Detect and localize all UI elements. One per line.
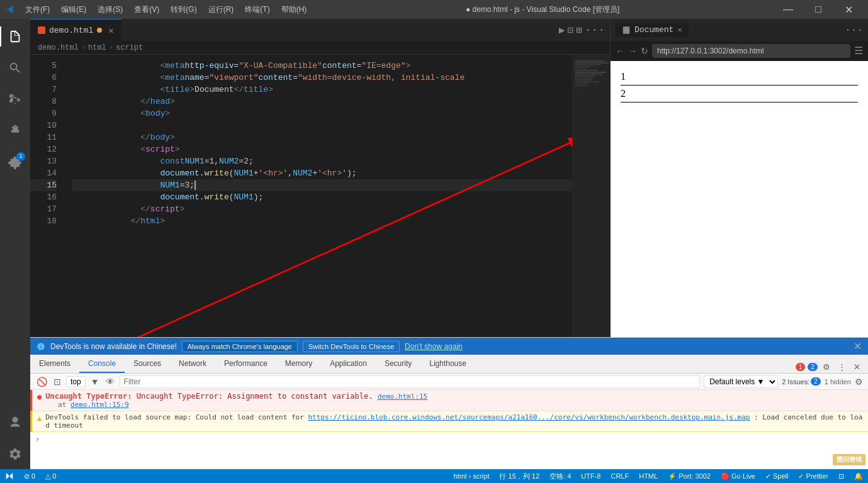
status-vscode-icon[interactable] bbox=[0, 469, 19, 483]
console-output: ● Uncaught TypeError: Uncaught TypeError… bbox=[30, 390, 868, 469]
issues-indicator: 2 Issues: 2 bbox=[782, 377, 821, 386]
address-input[interactable] bbox=[652, 44, 850, 58]
dt-tab-lighthouse[interactable]: Lighthouse bbox=[420, 355, 475, 373]
dt-tab-memory[interactable]: Memory bbox=[276, 355, 321, 373]
devtools-panel: DevTools is now available in Chinese! Al… bbox=[30, 337, 868, 469]
menu-view[interactable]: 查看(V) bbox=[129, 3, 164, 16]
warning-count-label: △ 0 bbox=[45, 472, 56, 480]
status-notification[interactable]: 🔔 bbox=[849, 469, 868, 483]
activity-search[interactable] bbox=[0, 53, 30, 83]
status-warnings[interactable]: △ 0 bbox=[40, 469, 61, 483]
console-warning-row: ▲ DevTools failed to load source map: Co… bbox=[30, 411, 868, 432]
preview-settings-button[interactable]: ☰ bbox=[854, 45, 863, 57]
console-settings-icon[interactable]: ⚙ bbox=[855, 377, 863, 387]
minimize-button[interactable]: — bbox=[774, 0, 803, 19]
status-errors[interactable]: ⊘ 0 bbox=[19, 469, 40, 483]
more-tabs-button[interactable]: ⋮ bbox=[835, 361, 848, 373]
error-location-link[interactable]: demo.html:15:9 bbox=[70, 401, 129, 409]
activity-source-control[interactable] bbox=[0, 84, 30, 114]
always-match-button[interactable]: Always match Chrome's language bbox=[182, 341, 298, 352]
tab-close-button[interactable]: ✕ bbox=[108, 25, 113, 36]
top-selector[interactable]: top bbox=[66, 376, 86, 387]
code-line-17: </script> bbox=[72, 203, 610, 215]
dt-tab-performance[interactable]: Performance bbox=[215, 355, 276, 373]
more-button[interactable]: ··· bbox=[585, 24, 605, 36]
console-prompt-row[interactable]: › bbox=[30, 432, 868, 446]
menu-run[interactable]: 运行(R) bbox=[203, 3, 239, 16]
notification-bell-icon: 🔔 bbox=[854, 472, 863, 480]
title-left bbox=[5, 4, 15, 14]
eye-button[interactable]: 👁 bbox=[104, 375, 116, 388]
clear-console-button[interactable]: 🚫 bbox=[35, 375, 48, 388]
nav-forward-button[interactable]: → bbox=[628, 46, 637, 56]
preview-close-button[interactable]: ✕ bbox=[677, 25, 682, 35]
toggle-filter-button[interactable]: ⊡ bbox=[52, 375, 62, 388]
nav-back-button[interactable]: ← bbox=[616, 46, 624, 56]
menu-goto[interactable]: 转到(G) bbox=[166, 3, 201, 16]
activity-debug[interactable] bbox=[0, 116, 30, 146]
menu-help[interactable]: 帮助(H) bbox=[276, 3, 312, 16]
dt-tab-sources[interactable]: Sources bbox=[125, 355, 170, 373]
status-remote[interactable]: ⊡ bbox=[833, 469, 849, 483]
devtools-tabs: Elements Console Sources Network Perform… bbox=[30, 355, 868, 374]
dt-tab-console[interactable]: Console bbox=[79, 355, 125, 373]
dt-tab-network[interactable]: Network bbox=[170, 355, 215, 373]
layout-button[interactable]: ⊞ bbox=[576, 24, 582, 36]
breadcrumb-sep1: › bbox=[81, 43, 86, 52]
issues-count-badge[interactable]: 2 bbox=[811, 377, 821, 386]
top-dropdown-button[interactable]: ▼ bbox=[89, 375, 101, 388]
split-button[interactable]: ⊡ bbox=[567, 24, 573, 36]
menu-terminal[interactable]: 终端(T) bbox=[240, 3, 274, 16]
console-toolbar: 🚫 ⊡ top ▼ 👁 Default levels ▼ 2 Issues: 2… bbox=[30, 374, 868, 390]
sourcemap-url-link[interactable]: https://ticino.blob.core.windows.net/sou… bbox=[308, 413, 750, 421]
activity-explorer[interactable] bbox=[0, 21, 30, 52]
status-spell[interactable]: ✓ Spell bbox=[760, 469, 794, 483]
console-filter-input[interactable] bbox=[120, 375, 701, 388]
settings-button[interactable]: ⚙ bbox=[820, 361, 833, 373]
status-line-col[interactable]: 行 15，列 12 bbox=[494, 469, 544, 483]
hidden-count: 1 hidden bbox=[825, 378, 851, 386]
switch-devtools-button[interactable]: Switch DevTools to Chinese bbox=[303, 341, 400, 352]
status-spaces[interactable]: 空格: 4 bbox=[544, 469, 576, 483]
dt-tab-security[interactable]: Security bbox=[376, 355, 420, 373]
port-label: ⚡ Port: 3002 bbox=[668, 472, 711, 480]
warning-prefix: DevTools failed to load source map: Coul… bbox=[45, 413, 308, 421]
window-controls: — □ ✕ bbox=[774, 0, 863, 19]
spaces-label: 空格: 4 bbox=[550, 472, 571, 481]
dt-tab-elements[interactable]: Elements bbox=[30, 355, 79, 373]
status-language[interactable]: HTML bbox=[634, 469, 663, 483]
menu-select[interactable]: 选择(S) bbox=[93, 3, 128, 16]
dt-tab-application[interactable]: Application bbox=[321, 355, 376, 373]
dont-show-link[interactable]: Don't show again bbox=[405, 342, 463, 351]
tab-filename: demo.html bbox=[49, 26, 93, 35]
menu-edit[interactable]: 编辑(E) bbox=[56, 3, 91, 16]
status-golive[interactable]: 🔴 Go Live bbox=[716, 469, 760, 483]
maximize-button[interactable]: □ bbox=[804, 0, 833, 19]
status-encoding[interactable]: UTF-8 bbox=[576, 469, 606, 483]
breadcrumb-file[interactable]: demo.html bbox=[38, 43, 79, 52]
remote-icon: ⊡ bbox=[838, 472, 844, 480]
tab-bar-spacer bbox=[122, 19, 554, 41]
close-devtools-button[interactable]: ✕ bbox=[851, 361, 863, 373]
nav-refresh-button[interactable]: ↻ bbox=[641, 46, 648, 56]
preview-tab-document[interactable]: Document ✕ bbox=[616, 23, 689, 37]
status-line-ending[interactable]: CRLF bbox=[606, 469, 634, 483]
status-branch[interactable]: html › script bbox=[449, 469, 495, 483]
status-port[interactable]: ⚡ Port: 3002 bbox=[663, 469, 716, 483]
menu-file[interactable]: 文件(F) bbox=[20, 3, 55, 16]
breadcrumb-html[interactable]: html bbox=[88, 43, 106, 52]
activity-account[interactable] bbox=[0, 408, 30, 438]
document-icon bbox=[622, 26, 631, 35]
status-prettier[interactable]: ✓ Prettier bbox=[793, 469, 833, 483]
breadcrumb-script[interactable]: script bbox=[116, 43, 143, 52]
account-icon bbox=[8, 416, 22, 430]
notification-close-button[interactable]: ✕ bbox=[854, 340, 862, 352]
tab-demo-html[interactable]: demo.html ✕ bbox=[30, 19, 122, 41]
activity-extensions[interactable]: 1 bbox=[0, 147, 30, 177]
activity-settings[interactable] bbox=[0, 439, 30, 469]
console-level-select[interactable]: Default levels ▼ bbox=[704, 375, 778, 388]
preview-more-button[interactable]: ··· bbox=[845, 25, 863, 36]
close-button[interactable]: ✕ bbox=[834, 0, 863, 19]
error-source-link[interactable]: demo.html:15 bbox=[378, 392, 427, 401]
run-button[interactable]: ▶ bbox=[559, 24, 565, 36]
